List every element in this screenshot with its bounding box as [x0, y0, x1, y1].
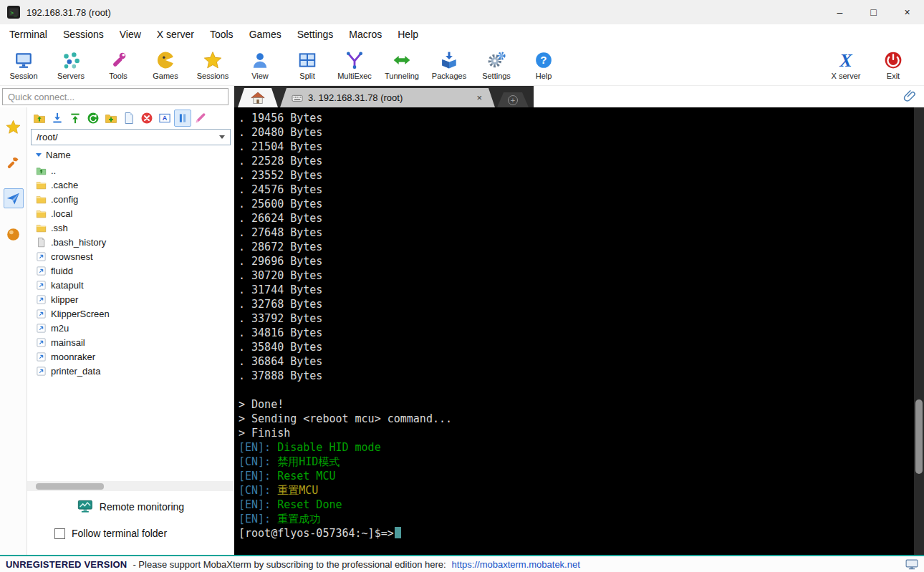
sidebar-sftp-button[interactable]: [4, 188, 24, 208]
path-combobox[interactable]: /root/: [31, 129, 231, 145]
checkbox-icon[interactable]: [54, 528, 65, 539]
sidebar-macros-button[interactable]: [4, 224, 24, 244]
toolbar-button-view[interactable]: View: [236, 49, 284, 80]
tree-column-header[interactable]: Name: [27, 147, 234, 163]
home-tab[interactable]: [238, 88, 278, 107]
file-tree-item-config[interactable]: .config: [36, 192, 234, 206]
terminal-text: . 20480 Bytes: [239, 126, 322, 139]
file-icon: [36, 237, 47, 248]
file-tree-item-cache[interactable]: .cache: [36, 178, 234, 192]
terminal-text: [EN]:: [239, 498, 277, 511]
sidebar-sessions-button[interactable]: [4, 117, 24, 137]
terminal-tab-active[interactable]: 3. 192.168.31.78 (root) ×: [280, 88, 495, 107]
remote-monitoring-button[interactable]: Remote monitoring: [27, 500, 234, 513]
toolbar-button-session[interactable]: Session: [0, 49, 47, 80]
sftp-new-file-button[interactable]: [120, 110, 138, 127]
menu-games[interactable]: Games: [241, 26, 289, 43]
toolbar-button-exit[interactable]: Exit: [870, 49, 917, 80]
sftp-sync-button[interactable]: [174, 110, 191, 127]
new-tab-button[interactable]: +: [497, 92, 529, 107]
file-tree-item-katapult[interactable]: katapult: [36, 278, 234, 292]
toolbar-button-tunneling[interactable]: Tunneling: [378, 49, 425, 80]
terminal-text: 重置成功: [277, 513, 320, 525]
menu-view[interactable]: View: [112, 26, 149, 43]
statusbar-link[interactable]: https://mobaxterm.mobatek.net: [452, 559, 580, 570]
menu-terminal[interactable]: Terminal: [1, 26, 55, 43]
terminal-scrollbar[interactable]: [914, 107, 924, 555]
menu-x-server[interactable]: X server: [149, 26, 202, 43]
sftp-scrollbar-thumb[interactable]: [36, 483, 104, 490]
file-tree-item-ssh[interactable]: .ssh: [36, 220, 234, 235]
sftp-toolbar: A: [27, 107, 234, 128]
terminal-line: . 29696 Bytes: [239, 254, 924, 268]
sftp-edit-button[interactable]: [192, 110, 209, 127]
file-tree-item-item[interactable]: ..: [36, 163, 234, 178]
file-tree-item-m2u[interactable]: m2u: [36, 321, 234, 335]
minimize-button[interactable]: –: [823, 0, 857, 24]
link-icon: [36, 323, 47, 334]
toolbar-button-split[interactable]: Split: [284, 49, 331, 80]
sftp-panel: A /root/ Name ...cache.config.local.ssh.…: [27, 107, 234, 555]
menu-sessions[interactable]: Sessions: [55, 26, 112, 43]
file-name: m2u: [51, 323, 69, 334]
link-icon: [36, 337, 47, 348]
menu-macros[interactable]: Macros: [341, 26, 390, 43]
sftp-download-button[interactable]: [49, 110, 66, 127]
file-tree-item-fluidd[interactable]: fluidd: [36, 263, 234, 278]
terminal-line: > Done!: [239, 397, 924, 412]
file-tree-item-klipper[interactable]: klipper: [36, 292, 234, 306]
name-column-label: Name: [46, 150, 71, 160]
terminal-scrollbar-thumb[interactable]: [915, 399, 923, 474]
follow-terminal-folder-checkbox[interactable]: Follow terminal folder: [54, 528, 234, 539]
sftp-upload-button[interactable]: [67, 110, 84, 127]
terminal-line: . 25600 Bytes: [239, 197, 924, 211]
exit-power-icon: [884, 51, 903, 69]
toolbar-button-help[interactable]: ?Help: [520, 49, 567, 80]
display-icon: [905, 559, 918, 570]
file-tree-item-mainsail[interactable]: mainsail: [36, 335, 234, 349]
status-bar: UNREGISTERED VERSION - Please support Mo…: [0, 555, 924, 572]
terminal-line: [CN]: 禁用HID模式: [239, 455, 924, 469]
sftp-rename-button[interactable]: A: [156, 110, 173, 127]
sftp-delete-button[interactable]: [138, 110, 155, 127]
sftp-new-folder-button[interactable]: [102, 110, 120, 127]
ssh-tab-icon: [292, 92, 303, 104]
close-button[interactable]: ×: [890, 0, 924, 24]
quick-connect-input[interactable]: [2, 88, 228, 105]
sidebar-tools-button[interactable]: [4, 152, 24, 173]
link-icon: [36, 352, 47, 362]
toolbar-button-games[interactable]: Games: [142, 49, 189, 80]
menu-help[interactable]: Help: [390, 26, 426, 43]
file-tree-item-klipperscreen[interactable]: KlipperScreen: [36, 306, 234, 321]
file-tree-item-moonraker[interactable]: moonraker: [36, 349, 234, 364]
file-tree-item-local[interactable]: .local: [36, 206, 234, 220]
link-icon: [36, 366, 47, 377]
tab-close-icon[interactable]: ×: [475, 92, 483, 103]
terminal-text: [root@flyos-057364:~]$=>: [239, 527, 394, 540]
toolbar-button-x-server[interactable]: XX server: [822, 49, 870, 80]
terminal-text: > Done!: [239, 398, 284, 411]
toolbar-button-servers[interactable]: Servers: [47, 49, 95, 80]
attachments-icon[interactable]: [903, 89, 917, 103]
toolbar-button-settings[interactable]: Settings: [473, 49, 520, 80]
toolbar-button-packages[interactable]: Packages: [425, 49, 473, 80]
file-name: moonraker: [51, 352, 95, 362]
toolbar-button-tools[interactable]: Tools: [95, 49, 142, 80]
file-tree-item-bash-history[interactable]: .bash_history: [36, 235, 234, 249]
terminal-text: Reset Done: [277, 498, 342, 511]
terminal-line: . 27648 Bytes: [239, 226, 924, 240]
maximize-button[interactable]: □: [857, 0, 890, 24]
file-tree-item-crowsnest[interactable]: crowsnest: [36, 249, 234, 263]
sftp-refresh-button[interactable]: [85, 110, 102, 127]
sftp-horizontal-scrollbar[interactable]: [27, 481, 234, 491]
toolbar-button-multiexec[interactable]: MultiExec: [331, 49, 378, 80]
toolbar-button-sessions[interactable]: Sessions: [189, 49, 236, 80]
menu-settings[interactable]: Settings: [289, 26, 342, 43]
file-tree-item-printer-data[interactable]: printer_data: [36, 364, 234, 378]
sftp-parent-dir-button[interactable]: [31, 110, 48, 127]
menu-tools[interactable]: Tools: [202, 26, 241, 43]
terminal-text: . 31744 Bytes: [239, 283, 322, 296]
terminal[interactable]: . 19456 Bytes. 20480 Bytes. 21504 Bytes.…: [234, 107, 924, 555]
unregistered-version-label: UNREGISTERED VERSION: [6, 559, 127, 570]
terminal-text: . 27648 Bytes: [239, 226, 322, 239]
